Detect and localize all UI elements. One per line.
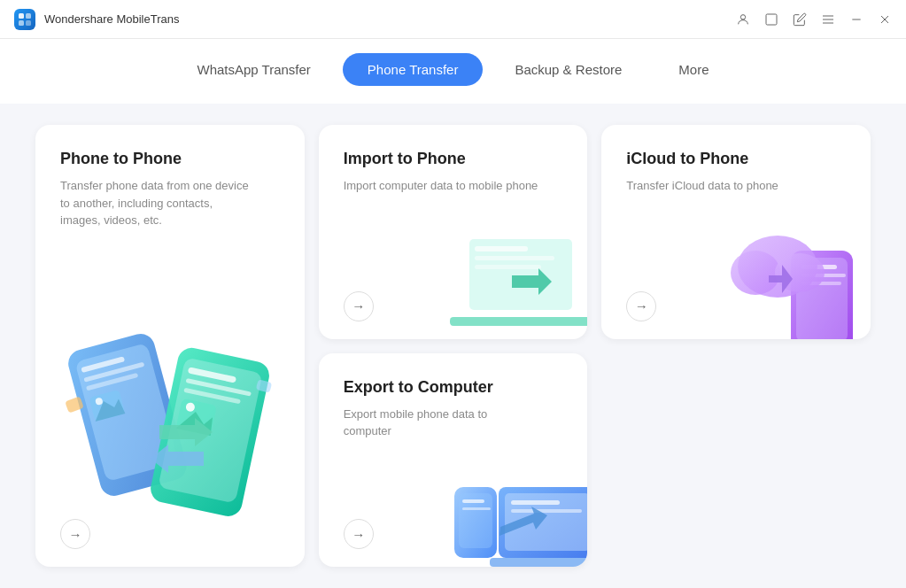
icloud-to-phone-desc: Transfer iCloud data to phone <box>626 177 821 195</box>
title-bar-left: Wondershare MobileTrans <box>14 9 179 30</box>
nav-bar: WhatsApp Transfer Phone Transfer Backup … <box>0 39 906 104</box>
svg-rect-45 <box>505 493 587 551</box>
svg-rect-21 <box>158 357 262 503</box>
title-bar: Wondershare MobileTrans <box>0 0 906 39</box>
import-to-phone-desc: Import computer data to mobile phone <box>344 177 538 195</box>
import-to-phone-arrow[interactable]: → <box>344 291 374 321</box>
svg-rect-44 <box>499 487 587 558</box>
svg-rect-17 <box>89 390 125 422</box>
svg-rect-2 <box>19 20 24 26</box>
svg-rect-38 <box>801 265 837 269</box>
svg-rect-52 <box>462 507 491 510</box>
import-to-phone-title: Import to Phone <box>344 150 563 168</box>
svg-rect-28 <box>65 396 84 413</box>
svg-rect-23 <box>186 378 252 396</box>
svg-rect-29 <box>256 379 273 393</box>
svg-point-19 <box>95 397 104 406</box>
svg-rect-20 <box>148 345 272 519</box>
svg-rect-31 <box>469 239 572 310</box>
svg-rect-5 <box>766 14 777 25</box>
svg-rect-50 <box>459 493 492 548</box>
card-icloud-to-phone: iCloud to Phone Transfer iCloud data to … <box>601 125 871 339</box>
export-illustration <box>437 434 587 567</box>
export-to-computer-title: Export to Computer <box>344 378 563 397</box>
svg-rect-22 <box>188 367 236 383</box>
tab-phone-transfer[interactable]: Phone Transfer <box>343 53 484 86</box>
svg-point-43 <box>775 253 825 292</box>
svg-rect-14 <box>81 356 125 373</box>
phone-to-phone-arrow[interactable]: → <box>60 519 90 549</box>
app-icon <box>14 9 35 30</box>
svg-rect-35 <box>450 317 587 326</box>
svg-rect-30 <box>463 233 578 317</box>
svg-rect-46 <box>490 558 587 567</box>
svg-marker-18 <box>90 397 125 422</box>
svg-rect-0 <box>19 13 24 19</box>
export-to-computer-desc: Export mobile phone data to computer <box>344 406 538 440</box>
phone-to-phone-desc: Transfer phone data from one device to a… <box>60 177 255 229</box>
svg-rect-51 <box>462 499 484 503</box>
svg-rect-39 <box>801 274 846 277</box>
svg-rect-16 <box>86 373 138 391</box>
phone-to-phone-illustration <box>44 310 275 514</box>
svg-rect-25 <box>176 398 217 437</box>
svg-point-4 <box>740 14 745 19</box>
svg-point-42 <box>731 251 780 295</box>
svg-point-41 <box>738 236 817 298</box>
svg-point-27 <box>185 402 196 413</box>
menu-icon[interactable] <box>821 12 835 27</box>
close-icon[interactable] <box>878 12 892 27</box>
tab-whatsapp-transfer[interactable]: WhatsApp Transfer <box>172 53 335 86</box>
card-phone-to-phone: Phone to Phone Transfer phone data from … <box>35 125 305 567</box>
svg-rect-1 <box>26 13 31 19</box>
import-illustration <box>437 206 587 339</box>
svg-rect-33 <box>475 256 554 260</box>
svg-marker-26 <box>176 408 215 436</box>
svg-rect-24 <box>183 388 241 404</box>
window-icon[interactable] <box>764 12 778 27</box>
icloud-illustration <box>720 206 871 339</box>
svg-rect-48 <box>511 509 582 513</box>
tab-backup-restore[interactable]: Backup & Restore <box>490 53 647 86</box>
phone-to-phone-title: Phone to Phone <box>60 150 280 168</box>
svg-rect-40 <box>801 282 841 285</box>
svg-rect-37 <box>796 258 848 339</box>
svg-rect-36 <box>791 251 853 339</box>
svg-rect-15 <box>83 362 144 383</box>
user-icon[interactable] <box>736 12 750 27</box>
icloud-to-phone-arrow[interactable]: → <box>626 291 656 321</box>
svg-rect-12 <box>66 330 190 499</box>
icloud-to-phone-title: iCloud to Phone <box>626 150 846 168</box>
export-to-computer-arrow[interactable]: → <box>344 519 374 549</box>
edit-icon[interactable] <box>793 12 807 27</box>
minimize-icon[interactable] <box>849 12 863 27</box>
svg-rect-3 <box>26 20 31 26</box>
svg-rect-49 <box>454 487 497 558</box>
svg-rect-13 <box>74 343 178 482</box>
card-import-to-phone: Import to Phone Import computer data to … <box>319 125 588 339</box>
cards-grid: Phone to Phone Transfer phone data from … <box>35 125 871 567</box>
app-title: Wondershare MobileTrans <box>44 12 179 26</box>
main-content: Phone to Phone Transfer phone data from … <box>0 104 906 588</box>
svg-rect-34 <box>475 265 541 269</box>
title-bar-controls <box>736 12 892 27</box>
svg-rect-47 <box>511 500 560 505</box>
svg-rect-32 <box>475 246 528 251</box>
card-export-to-computer: Export to Computer Export mobile phone d… <box>319 353 588 568</box>
tab-more[interactable]: More <box>654 53 733 86</box>
